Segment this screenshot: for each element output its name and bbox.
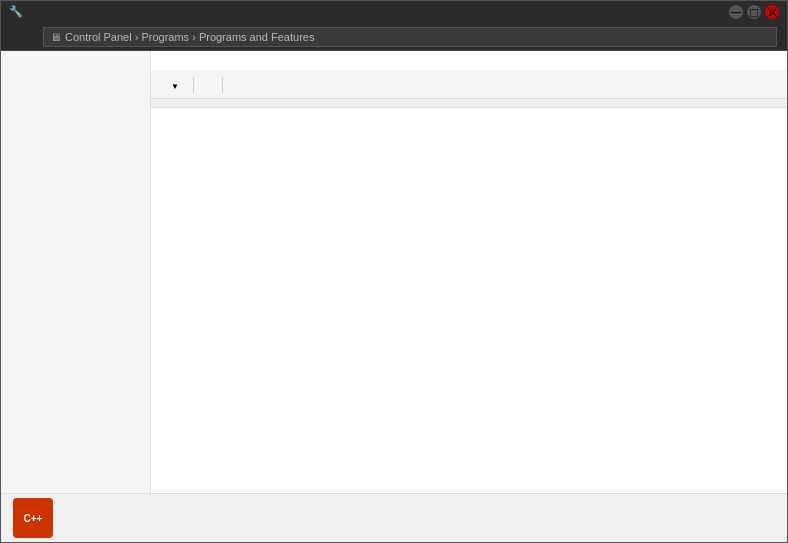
change-button[interactable] [229,82,245,88]
toolbar-divider-2 [222,77,223,93]
col-header-installed[interactable] [617,101,702,105]
main-header [151,51,787,72]
window-icon: 🔧 [9,5,23,19]
col-header-name[interactable] [157,101,477,105]
toolbar: ▼ [151,72,787,99]
status-text [77,512,83,524]
program-list[interactable] [151,108,787,493]
status-product-icon: C++ [13,498,53,538]
col-header-version[interactable] [762,101,781,105]
forward-button[interactable] [19,35,27,39]
organize-button[interactable]: ▼ [161,76,187,94]
close-button[interactable]: ✕ [765,5,779,19]
status-bar: C++ [1,493,787,542]
address-input[interactable]: 🖥 Control Panel › Programs › Programs an… [43,27,777,47]
breadcrumb-text: Control Panel › Programs › Programs and … [65,31,314,43]
content-area: ▼ [1,51,787,493]
uninstall-button[interactable] [200,82,216,88]
organize-dropdown-arrow: ▼ [171,82,179,91]
main-panel: ▼ [151,51,787,493]
address-bar: 🖥 Control Panel › Programs › Programs an… [1,23,787,51]
maximize-button[interactable]: □ [747,5,761,19]
sidebar [1,51,151,493]
list-header [151,99,787,108]
minimize-button[interactable]: ─ [729,5,743,19]
window-controls: ─ □ ✕ [729,5,779,19]
col-header-size[interactable] [702,101,762,105]
up-button[interactable] [31,35,39,39]
col-header-publisher[interactable] [477,101,617,105]
toolbar-divider-1 [193,77,194,93]
title-bar: 🔧 ─ □ ✕ [1,1,787,23]
back-button[interactable] [7,35,15,39]
main-window: 🔧 ─ □ ✕ 🖥 Control Panel › Programs › Pro… [0,0,788,543]
